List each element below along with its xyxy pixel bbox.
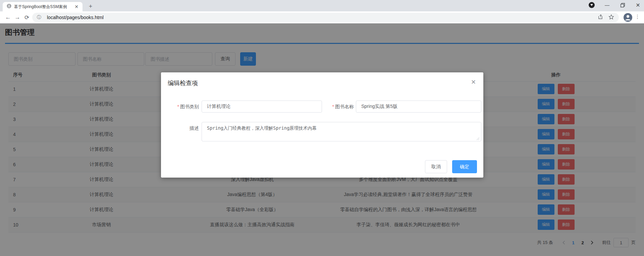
desc-field-label: 描述 [161, 122, 199, 134]
back-icon[interactable]: ← [4, 14, 12, 21]
new-tab-button[interactable]: + [87, 3, 95, 11]
confirm-button[interactable]: 确定 [452, 160, 477, 173]
dialog-title: 编辑检查项 [168, 79, 198, 87]
name-field-label: *图书名称 [315, 101, 354, 113]
dialog-close-icon[interactable]: ✕ [471, 78, 476, 86]
address-bar[interactable]: ⓘ localhost/pages/books.html [32, 13, 619, 22]
desc-field[interactable]: Spring入门经典教程，深入理解Spring原理技术内幕 [202, 122, 481, 141]
tab-title: 基于SpringBoot整合SSM案例 [14, 4, 73, 10]
close-button[interactable]: ✕ [635, 2, 641, 8]
share-icon[interactable] [598, 14, 603, 21]
bookmark-star-icon[interactable] [608, 14, 614, 21]
browser-badge-icon[interactable] [588, 2, 595, 8]
name-field[interactable] [356, 101, 481, 113]
tab-close-icon[interactable]: ✕ [73, 4, 80, 10]
forward-icon[interactable]: → [13, 14, 21, 21]
menu-kebab-icon[interactable]: ⋮ [635, 14, 640, 20]
cancel-button[interactable]: 取消 [425, 160, 447, 173]
required-asterisk: * [177, 104, 179, 109]
url-text: localhost/pages/books.html [47, 15, 598, 20]
tab-strip: 基于SpringBoot整合SSM案例 ✕ + — ✕ [0, 0, 644, 11]
maximize-button[interactable] [619, 2, 626, 8]
browser-window: 基于SpringBoot整合SSM案例 ✕ + — ✕ ← → ⟳ ⓘ loca… [0, 0, 644, 256]
site-info-icon[interactable]: ⓘ [37, 14, 46, 20]
browser-tab[interactable]: 基于SpringBoot整合SSM案例 ✕ [3, 2, 83, 11]
edit-dialog: 编辑检查项 ✕ *图书类别 *图书名称 描述 Spring入门经典教程，深入理解… [161, 72, 483, 178]
category-field-label: *图书类别 [161, 101, 199, 113]
minimize-button[interactable]: — [604, 2, 610, 8]
category-field[interactable] [202, 101, 322, 113]
page-viewport: 图书管理 查询 新建 序号 图书类别 图书名称 描述 操作 1 [0, 23, 644, 256]
required-asterisk: * [332, 104, 334, 109]
reload-icon[interactable]: ⟳ [23, 14, 31, 21]
globe-icon [7, 4, 11, 10]
browser-toolbar: ← → ⟳ ⓘ localhost/pages/books.html ⋮ [0, 11, 644, 23]
profile-avatar[interactable] [623, 13, 633, 22]
